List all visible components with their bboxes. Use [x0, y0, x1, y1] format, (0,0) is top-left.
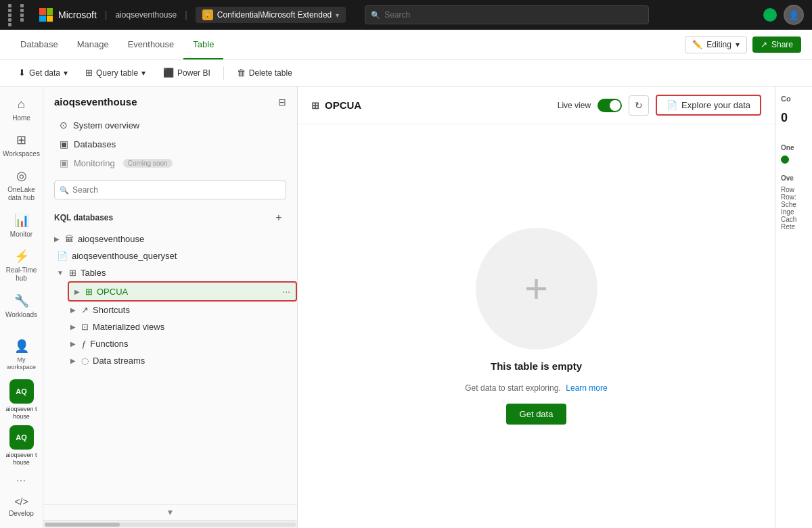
get-data-button[interactable]: ⬇ Get data ▾ — [11, 64, 75, 82]
rail-item-aioq1[interactable]: AQ aioqseven thouse — [3, 377, 41, 423]
sidebar-section-title: KQL databases — [54, 213, 113, 222]
develop-icon: </> — [14, 496, 28, 507]
right-panel-col-label: Co — [781, 95, 807, 103]
toggle-thumb — [610, 100, 621, 111]
right-panel-radio-active — [781, 155, 789, 164]
nav-item-databases[interactable]: ▣ Databases — [54, 135, 286, 153]
sidebar-layout-icon[interactable]: ⊟ — [278, 97, 286, 107]
sidebar-add-button[interactable]: + — [271, 210, 286, 225]
tree-item-tables[interactable]: ▼ ⊞ Tables — [43, 264, 297, 281]
query-table-label: Query table — [96, 68, 138, 78]
data-streams-label: Data streams — [93, 356, 145, 366]
materialized-views-icon: ⊡ — [81, 322, 89, 332]
empty-title: This table is empty — [491, 360, 582, 372]
delete-table-label: Delete table — [249, 68, 292, 78]
user-avatar[interactable]: 👤 — [784, 5, 804, 25]
onelake-icon: ◎ — [16, 168, 27, 183]
tables-label: Tables — [81, 268, 106, 278]
tree-item-shortcuts[interactable]: ▶ ↗ Shortcuts — [43, 302, 297, 318]
edit-icon: ✏️ — [692, 40, 702, 49]
tree-item-data-streams[interactable]: ▶ ◌ Data streams — [43, 352, 297, 369]
toggle-track — [597, 99, 622, 112]
tree-item-functions[interactable]: ▶ ƒ Functions — [43, 335, 297, 352]
sidebar-section-header: KQL databases + — [54, 208, 286, 228]
sidebar-search-input[interactable] — [54, 181, 286, 199]
tree-item-queryset[interactable]: 📄 aioqseventhouse_queryset — [43, 247, 297, 264]
microsoft-logo: Microsoft — [39, 8, 97, 22]
query-table-icon: ⊞ — [85, 68, 93, 78]
app-grid-icon[interactable] — [8, 4, 31, 26]
live-view-toggle[interactable] — [597, 99, 622, 112]
nav-tabs: Database Manage Eventhouse Table ✏️ Edit… — [0, 30, 812, 59]
root-icon: 🏛 — [65, 234, 74, 244]
scroll-down-icon: ▼ — [166, 508, 175, 517]
power-bi-button[interactable]: ⬛ Power BI — [156, 64, 218, 82]
content-table-name: OPCUA — [325, 99, 361, 111]
rail-item-my-workspace-label: My workspace — [5, 356, 38, 371]
my-workspace-icon: 👤 — [14, 339, 29, 354]
tree-item-materialized-views[interactable]: ▶ ⊡ Materialized views — [43, 318, 297, 335]
nav-item-system-overview[interactable]: ⊙ System overview — [54, 116, 286, 135]
sidebar-scroll[interactable]: ▶ 🏛 aioqseventhouse 📄 aioqseventhouse_qu… — [43, 231, 297, 504]
tab-table[interactable]: Table — [183, 30, 223, 59]
queryset-label: aioqseventhouse_queryset — [72, 251, 177, 261]
materialized-views-label: Materialized views — [93, 322, 164, 332]
opcua-more-icon[interactable]: ··· — [282, 286, 290, 297]
rail-item-home[interactable]: ⌂ Home — [3, 92, 41, 127]
right-panel-inge-label: Inge — [781, 208, 807, 216]
topbar: Microsoft | aioqseventhouse | 🔒 Confiden… — [0, 0, 812, 30]
nav-item-monitoring[interactable]: ▣ Monitoring Coming soon — [54, 153, 286, 172]
delete-table-button[interactable]: 🗑 Delete table — [229, 64, 300, 82]
tree-item-root[interactable]: ▶ 🏛 aioqseventhouse — [43, 231, 297, 247]
functions-icon: ƒ — [81, 339, 86, 349]
query-table-button[interactable]: ⊞ Query table ▾ — [78, 64, 153, 82]
tab-database[interactable]: Database — [11, 30, 68, 59]
aioq2-avatar: AQ — [9, 425, 34, 450]
rail-item-develop-label: Develop — [9, 510, 34, 517]
tables-icon: ⊞ — [69, 268, 76, 278]
tab-manage[interactable]: Manage — [68, 30, 118, 59]
rail-item-realtimehub[interactable]: ⚡ Real-Time hub — [3, 243, 41, 288]
topbar-search-input[interactable] — [365, 5, 649, 24]
rail-item-more[interactable]: ··· — [3, 469, 41, 491]
explore-data-button[interactable]: 📄 Explore your data — [656, 95, 761, 116]
rail-item-workspaces[interactable]: ⊞ Workspaces — [3, 127, 41, 163]
more-icon: ··· — [16, 475, 26, 485]
main-layout: ⌂ Home ⊞ Workspaces ◎ OneLake data hub 📊… — [0, 87, 812, 528]
tables-chevron-icon: ▼ — [57, 269, 64, 277]
topbar-separator2: | — [185, 9, 187, 20]
aioq2-label: aioqseven thouse — [5, 452, 38, 466]
monitoring-badge: Coming soon — [123, 159, 173, 168]
nav-item-system-overview-label: System overview — [73, 120, 139, 130]
get-data-label: Get data — [29, 68, 60, 78]
realtimehub-icon: ⚡ — [14, 249, 29, 264]
right-panel-cach-label: Cach — [781, 216, 807, 223]
context-icon: 🔒 — [202, 9, 213, 20]
rail-item-my-workspace[interactable]: 👤 My workspace — [3, 333, 41, 377]
opcua-chevron-icon: ▶ — [74, 288, 80, 295]
sidebar-nav: ⊙ System overview ▣ Databases ▣ Monitori… — [43, 113, 297, 175]
editing-button[interactable]: ✏️ Editing ▾ — [685, 36, 747, 53]
tree-item-opcua[interactable]: ▶ ⊞ OPCUA ··· — [68, 281, 297, 302]
share-button[interactable]: ↗ Share — [752, 37, 801, 53]
notification-dot — [763, 8, 777, 22]
rail-item-monitor[interactable]: 📊 Monitor — [3, 208, 41, 243]
queryset-icon: 📄 — [57, 251, 68, 261]
rail-item-develop[interactable]: </> Develop — [3, 491, 41, 523]
shortcuts-icon: ↗ — [81, 305, 89, 315]
workspaces-icon: ⊞ — [16, 133, 26, 147]
refresh-button[interactable]: ↻ — [629, 95, 649, 116]
get-data-main-button[interactable]: Get data — [506, 404, 567, 425]
sidebar-bottom-scrollbar[interactable] — [43, 520, 297, 528]
sidebar-scroll-down[interactable]: ▼ — [43, 504, 297, 520]
rail-item-onelake[interactable]: ◎ OneLake data hub — [3, 163, 41, 208]
rail-item-aioq2[interactable]: AQ aioqseven thouse — [3, 423, 41, 469]
rail-item-workloads[interactable]: 🔧 Workloads — [3, 288, 41, 324]
workloads-icon: 🔧 — [14, 293, 29, 308]
data-streams-chevron-icon: ▶ — [70, 357, 76, 364]
learn-more-link[interactable]: Learn more — [566, 383, 607, 393]
functions-chevron-icon: ▶ — [70, 340, 76, 347]
topbar-context[interactable]: 🔒 Confidential\Microsoft Extended ▾ — [196, 7, 346, 23]
tab-eventhouse[interactable]: Eventhouse — [118, 30, 184, 59]
opcua-icon: ⊞ — [85, 287, 93, 297]
